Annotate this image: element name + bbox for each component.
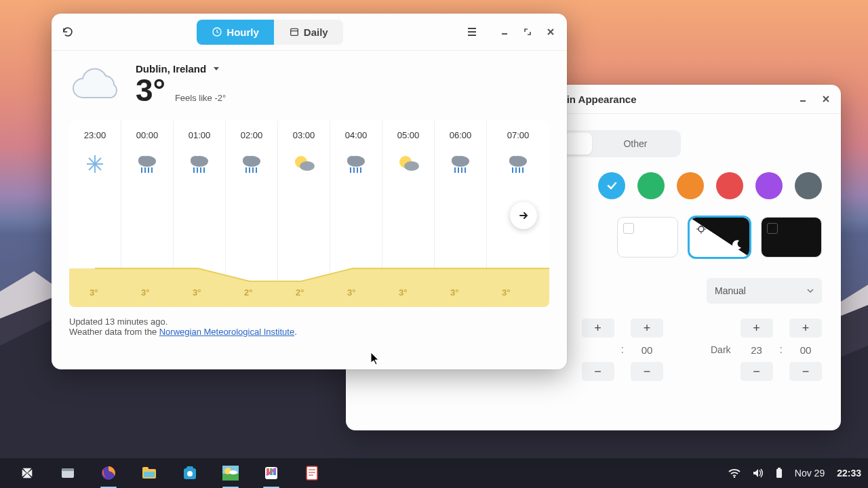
svg-point-69 <box>187 471 193 476</box>
minimize-button[interactable] <box>495 22 514 41</box>
partly-icon <box>292 152 315 176</box>
firefox-button[interactable] <box>96 461 121 485</box>
svg-point-3 <box>698 226 704 232</box>
hourly-forecast: 23:0000:0001:0002:0003:0004:0005:0006:00… <box>69 121 549 307</box>
calendar-icon <box>289 26 300 37</box>
taskview-button[interactable] <box>56 461 80 485</box>
tab-hourly[interactable]: Hourly <box>197 20 274 45</box>
dark-time-group: Dark + 23 − : + 00 − <box>711 319 822 381</box>
theme-light[interactable] <box>617 217 678 258</box>
tab-other[interactable]: Other <box>592 133 678 155</box>
svg-rect-84 <box>778 468 781 469</box>
color-swatch[interactable] <box>795 172 822 199</box>
hour-temp: 3° <box>141 287 149 298</box>
taskbar-date[interactable]: Nov 29 <box>795 468 825 479</box>
clock-icon <box>212 26 222 37</box>
attribution-link[interactable]: Norwegian Meteorological Institute <box>159 327 294 337</box>
svg-rect-65 <box>142 467 149 471</box>
software-button[interactable] <box>178 461 202 485</box>
moon-icon <box>732 239 743 250</box>
weather-icon <box>222 466 239 481</box>
battery-icon[interactable] <box>776 468 783 479</box>
rain-icon <box>449 152 472 176</box>
hour-time: 00:00 <box>136 130 159 140</box>
hour-temp: 3° <box>193 287 201 298</box>
color-swatch[interactable] <box>598 172 625 199</box>
hour-time: 01:00 <box>189 130 211 140</box>
taskbar-time[interactable]: 22:33 <box>837 468 861 479</box>
wifi-icon[interactable] <box>728 468 741 478</box>
svg-rect-9 <box>290 28 298 35</box>
dark-label: Dark <box>711 344 731 355</box>
hour-temp: 2° <box>244 287 252 298</box>
updated-text: Updated 13 minutes ago. <box>69 317 549 327</box>
scroll-right-button[interactable] <box>510 202 537 229</box>
files-button[interactable] <box>137 461 161 485</box>
partly-icon <box>397 152 420 176</box>
svg-rect-83 <box>776 469 782 478</box>
hour-time: 07:00 <box>507 130 530 140</box>
schedule-dropdown[interactable]: Manual <box>707 278 822 304</box>
start-button[interactable] <box>15 461 39 485</box>
dark-min-down[interactable]: − <box>789 362 822 381</box>
taskview-icon <box>61 468 75 479</box>
dark-min-up[interactable]: + <box>789 319 822 338</box>
theme-auto[interactable] <box>689 217 750 258</box>
chevron-down-icon <box>807 287 814 294</box>
hour-time: 03:00 <box>293 130 315 140</box>
minimize-button[interactable] <box>793 89 812 108</box>
color-swatch[interactable] <box>637 172 665 199</box>
light-hour-up[interactable]: + <box>582 319 614 338</box>
close-button[interactable] <box>816 89 835 108</box>
maximize-button[interactable] <box>518 22 537 41</box>
color-swatch[interactable] <box>716 172 743 199</box>
svg-point-73 <box>229 470 237 474</box>
feels-like: Feels like -2° <box>175 93 226 103</box>
volume-icon[interactable] <box>753 468 764 478</box>
dark-min-value[interactable]: 00 <box>789 340 822 360</box>
weather-app-button[interactable] <box>218 461 243 485</box>
schedule-value: Manual <box>715 285 746 296</box>
menu-button[interactable] <box>462 22 481 41</box>
hour-temp: 3° <box>502 287 510 298</box>
light-time-group: + − : + 00 − <box>582 319 663 381</box>
files-icon <box>142 466 157 480</box>
dark-hour-down[interactable]: − <box>741 362 773 381</box>
snow-icon <box>83 152 106 176</box>
light-min-up[interactable]: + <box>631 319 663 338</box>
svg-point-44 <box>404 161 419 171</box>
hour-temp: 3° <box>450 287 458 298</box>
svg-point-18 <box>138 156 148 164</box>
close-button[interactable] <box>541 22 560 41</box>
dark-hour-up[interactable]: + <box>741 319 773 338</box>
svg-point-30 <box>243 156 252 164</box>
tab-daily-label: Daily <box>304 26 328 38</box>
theme-dark[interactable] <box>761 217 822 258</box>
light-hour-down[interactable]: − <box>582 362 614 381</box>
svg-rect-68 <box>186 466 193 469</box>
refresh-icon <box>62 26 74 38</box>
hour-time: 05:00 <box>397 130 420 140</box>
tab-hourly-label: Hourly <box>226 26 259 38</box>
dark-min-spin: + 00 − <box>789 319 822 381</box>
chevron-down-icon <box>213 66 220 73</box>
hour-temp: 3° <box>399 287 407 298</box>
color-swatch[interactable] <box>677 172 704 199</box>
light-hour-value[interactable] <box>582 340 614 360</box>
light-min-value[interactable]: 00 <box>631 340 663 360</box>
tab-daily[interactable]: Daily <box>274 20 343 45</box>
svg-point-46 <box>452 156 461 164</box>
firefox-icon <box>100 465 117 481</box>
appearance-icon <box>264 466 279 481</box>
svg-point-52 <box>509 156 519 164</box>
weather-window: Hourly Daily Dublin, Ireland <box>52 14 567 369</box>
document-icon <box>305 466 319 481</box>
document-button[interactable] <box>300 461 324 485</box>
appearance-app-button[interactable] <box>259 461 283 485</box>
dark-hour-value[interactable]: 23 <box>741 340 773 360</box>
colon: : <box>621 344 624 356</box>
refresh-button[interactable] <box>58 22 77 41</box>
color-swatch[interactable] <box>755 172 783 199</box>
light-min-down[interactable]: − <box>631 362 663 381</box>
svg-rect-62 <box>62 468 74 471</box>
